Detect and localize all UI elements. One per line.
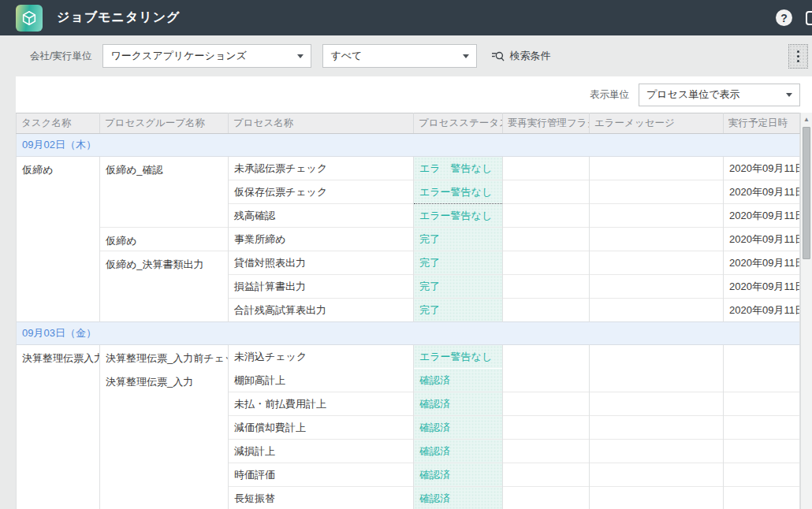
display-unit-label: 表示単位 [590,88,629,102]
reexec-flag-cell [503,369,590,392]
reexec-flag-cell [503,204,590,228]
error-message-cell [590,440,724,463]
reexec-flag-cell [503,463,590,487]
table-row: 決算整理伝票入力決算整理伝票_入力前チェック未消込チェックエラー警告なし [17,345,800,369]
help-icon[interactable]: ? [776,9,792,26]
status-cell[interactable]: 完了 [414,251,503,275]
search-conditions-label: 検索条件 [509,49,550,63]
group-cell: 決算整理伝票_入力前チェック [100,345,229,369]
app-logo-icon [16,5,43,32]
error-message-cell [590,228,724,251]
status-cell[interactable]: 確認済 [414,416,503,440]
column-header-1: プロセスグループ名称 [100,113,229,134]
status-cell[interactable]: 完了 [414,299,503,322]
reexec-flag-cell [503,228,590,251]
kebab-menu-button[interactable] [788,44,808,69]
display-unit-select-value: プロセス単位で表示 [646,87,780,102]
filter-bar: 会社/実行単位 ワークスアプリケーションズ すべて 検索条件 [0,35,812,76]
execution-unit-select[interactable]: すべて [322,44,477,68]
error-message-cell [590,369,724,392]
process-cell: 未消込チェック [229,345,414,369]
process-cell: 合計残高試算表出力 [229,299,414,322]
scheduled-date-cell [724,369,800,392]
reexec-flag-cell [503,487,590,509]
scrollbar-thumb[interactable] [803,127,810,259]
company-unit-label: 会社/実行単位 [30,50,91,63]
table-row: 仮締め仮締め_確認未承認伝票チェックエラ 警告なし2020年09月11日 [17,157,800,180]
search-conditions-button[interactable]: 検索条件 [491,49,550,63]
scheduled-date-cell [724,392,800,416]
view-unit-row: 表示単位 プロセス単位で表示 [16,76,812,113]
scheduled-date-cell [724,463,800,487]
error-message-cell [590,463,724,487]
process-cell: 未払・前払費用計上 [229,392,414,416]
status-cell[interactable]: 確認済 [414,392,503,416]
content-panel: 表示単位 プロセス単位で表示 タスク名称プロセスグループ名称プロセス名称プロセス… [16,76,812,509]
chevron-down-icon [786,93,792,97]
status-cell[interactable]: エラ 警告なし [414,157,503,180]
company-select-value: ワークスアプリケーションズ [110,49,291,63]
chevron-down-icon [297,54,304,58]
status-cell[interactable]: エラー警告なし [414,180,503,204]
process-cell: 棚卸高計上 [229,369,414,392]
group-cell: 仮締め_確認 [100,157,229,228]
process-cell: 減損計上 [229,440,414,463]
date-group-row: 09月03日（金） [17,322,800,345]
process-cell: 事業所締め [229,228,414,251]
scheduled-date-cell: 2020年09月11日 [724,180,800,204]
reexec-flag-cell [503,180,590,204]
page-title: ジョブモニタリング [57,9,180,26]
process-cell: 未承認伝票チェック [229,157,414,180]
scheduled-date-cell: 2020年09月11日 [724,275,800,299]
scheduled-date-cell [724,487,800,509]
status-cell[interactable]: 確認済 [414,440,503,463]
display-unit-select[interactable]: プロセス単位で表示 [639,84,800,106]
error-message-cell [590,299,724,322]
status-cell[interactable]: 完了 [414,275,503,299]
column-header-0: タスク名称 [17,113,100,134]
reexec-flag-cell [503,275,590,299]
table-row: 仮締め_決算書類出力貸借対照表出力完了2020年09月11日 [17,251,800,275]
status-cell[interactable]: エラー警告なし [414,345,503,369]
scheduled-date-cell: 2020年09月11日 [724,157,800,180]
date-group-label: 09月03日（金） [17,322,800,345]
scheduled-date-cell: 2020年09月11日 [724,299,800,322]
status-cell[interactable]: 確認済 [414,463,503,487]
company-select[interactable]: ワークスアプリケーションズ [102,44,311,68]
group-cell: 仮締め_決算書類出力 [100,251,229,322]
process-cell: 貸借対照表出力 [229,251,414,275]
reexec-flag-cell [503,157,590,180]
scheduled-date-cell: 2020年09月11日 [724,204,800,228]
search-filter-icon [491,50,505,62]
date-group-row: 09月02日（木） [17,134,800,157]
group-cell: 決算整理伝票_入力 [100,369,229,509]
status-cell[interactable]: エラー警告なし [414,204,503,228]
table-row: 仮締め事業所締め完了2020年09月11日 [17,228,800,251]
status-cell[interactable]: 確認済 [414,487,503,509]
status-cell[interactable]: 完了 [414,228,503,251]
error-message-cell [590,416,724,440]
scroll-up-icon[interactable]: ▲ [801,113,812,125]
error-message-cell [590,251,724,275]
execution-unit-select-value: すべて [330,49,456,63]
group-cell: 仮締め [100,228,229,251]
column-header-5: エラーメッセージ [590,113,724,134]
column-header-2: プロセス名称 [229,113,414,134]
status-cell[interactable]: 確認済 [414,369,503,392]
scheduled-date-cell [724,440,800,463]
error-message-cell [590,157,724,180]
scheduled-date-cell: 2020年09月11日 [724,228,800,251]
job-monitor-table: タスク名称プロセスグループ名称プロセス名称プロセスステータス要再実行管理フラグエ… [16,113,800,509]
cube-icon [20,9,38,27]
error-message-cell [590,487,724,509]
edge-app-icon[interactable] [806,11,812,25]
column-header-3: プロセスステータス [414,113,503,134]
vertical-scrollbar[interactable]: ▲ [800,113,812,509]
process-cell: 残高確認 [229,204,414,228]
error-message-cell [590,204,724,228]
reexec-flag-cell [503,392,590,416]
error-message-cell [590,180,724,204]
reexec-flag-cell [503,299,590,322]
process-cell: 時価評価 [229,463,414,487]
reexec-flag-cell [503,345,590,369]
